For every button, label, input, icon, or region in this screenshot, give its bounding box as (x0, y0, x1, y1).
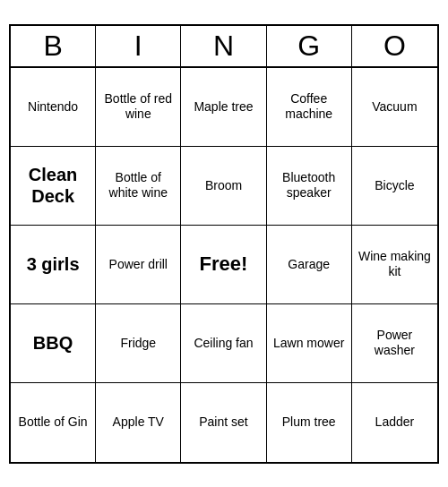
bingo-cell-6: Bottle of white wine (96, 147, 181, 226)
bingo-cell-16: Fridge (96, 304, 181, 383)
bingo-cell-23: Plum tree (267, 383, 352, 462)
header-letter-G: G (267, 26, 352, 66)
bingo-cell-1: Bottle of red wine (96, 68, 181, 147)
bingo-cell-17: Ceiling fan (181, 304, 266, 383)
bingo-cell-22: Paint set (181, 383, 266, 462)
bingo-cell-13: Garage (267, 226, 352, 304)
bingo-cell-7: Broom (181, 147, 266, 226)
bingo-card: BINGO NintendoBottle of red wineMaple tr… (9, 24, 439, 464)
bingo-cell-20: Bottle of Gin (11, 383, 96, 462)
bingo-cell-2: Maple tree (181, 68, 266, 147)
header-letter-O: O (352, 26, 437, 66)
bingo-cell-15: BBQ (11, 304, 96, 383)
bingo-cell-14: Wine making kit (352, 226, 437, 304)
bingo-cell-18: Lawn mower (267, 304, 352, 383)
header-letter-B: B (11, 26, 96, 66)
bingo-cell-3: Coffee machine (267, 68, 352, 147)
bingo-header: BINGO (11, 26, 437, 68)
header-letter-I: I (96, 26, 181, 66)
bingo-cell-10: 3 girls (11, 226, 96, 304)
header-letter-N: N (181, 26, 266, 66)
bingo-cell-5: Clean Deck (11, 147, 96, 226)
bingo-cell-12: Free! (181, 226, 266, 304)
bingo-cell-8: Bluetooth speaker (267, 147, 352, 226)
bingo-cell-21: Apple TV (96, 383, 181, 462)
bingo-cell-4: Vacuum (352, 68, 437, 147)
bingo-cell-0: Nintendo (11, 68, 96, 147)
bingo-cell-9: Bicycle (352, 147, 437, 226)
bingo-grid: NintendoBottle of red wineMaple treeCoff… (11, 68, 437, 462)
bingo-cell-19: Power washer (352, 304, 437, 383)
bingo-cell-11: Power drill (96, 226, 181, 304)
bingo-cell-24: Ladder (352, 383, 437, 462)
